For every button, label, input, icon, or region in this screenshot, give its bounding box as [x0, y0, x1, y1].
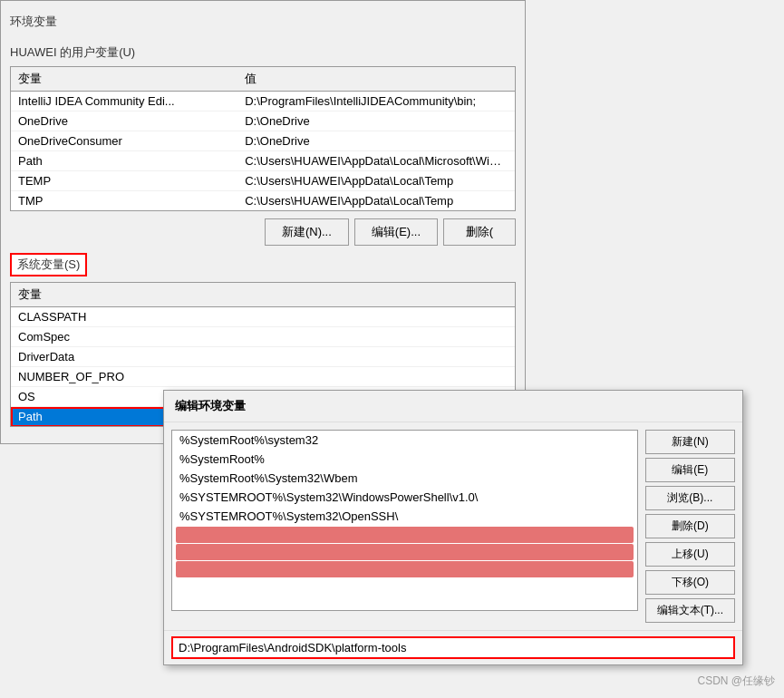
user-col-var-header: 变量 — [11, 67, 237, 92]
edit-list-item[interactable]: %SYSTEMROOT%\System32\OpenSSH\ — [172, 507, 637, 526]
sys-table-row[interactable]: NUMBER_OF_PRO — [11, 367, 515, 387]
edit-browse-button[interactable]: 浏览(B)... — [645, 486, 735, 510]
edit-dialog-body: %SystemRoot%\system32%SystemRoot%%System… — [164, 422, 742, 630]
user-val-cell: C:\Users\HUAWEI\AppData\Local\Temp — [237, 171, 515, 191]
user-new-button[interactable]: 新建(N)... — [265, 218, 349, 246]
user-table-body: IntelliJ IDEA Community Edi...D:\Program… — [11, 92, 515, 211]
user-table-row[interactable]: TEMPC:\Users\HUAWEI\AppData\Local\Temp — [11, 171, 515, 191]
edit-down-button[interactable]: 下移(O) — [645, 570, 735, 595]
sys-section-label: 系统变量(S) — [10, 253, 87, 276]
edit-dialog-title: 编辑环境变量 — [164, 391, 742, 422]
user-val-cell: D:\OneDrive — [237, 111, 515, 131]
edit-list: %SystemRoot%\system32%SystemRoot%%System… — [172, 431, 637, 577]
user-table-row[interactable]: IntelliJ IDEA Community Edi...D:\Program… — [11, 92, 515, 111]
user-val-cell: C:\Users\HUAWEI\AppData\Local\Temp — [237, 191, 515, 211]
user-table-row[interactable]: TMPC:\Users\HUAWEI\AppData\Local\Temp — [11, 191, 515, 211]
user-var-cell: TMP — [11, 191, 237, 211]
sys-val-cell — [237, 367, 515, 387]
edit-edit-button[interactable]: 编辑(E) — [645, 458, 735, 482]
edit-list-item[interactable]: %SYSTEMROOT%\System32\WindowsPowerShell\… — [172, 488, 637, 507]
user-var-cell: OneDrive — [11, 111, 237, 131]
edit-bottom-input[interactable] — [171, 636, 735, 659]
user-section-label: HUAWEI 的用户变量(U) — [10, 44, 516, 61]
sys-table-row[interactable]: ComSpec — [11, 327, 515, 347]
user-val-cell: D:\OneDrive — [237, 131, 515, 151]
edit-list-item[interactable] — [176, 527, 634, 543]
user-var-cell: IntelliJ IDEA Community Edi... — [11, 92, 237, 111]
user-table-row[interactable]: OneDriveConsumerD:\OneDrive — [11, 131, 515, 151]
user-val-cell: C:\Users\HUAWEI\AppData\Local\Microsoft\… — [237, 151, 515, 171]
edit-list-item[interactable]: %SystemRoot%\System32\Wbem — [172, 469, 637, 488]
user-table-container: 变量 值 IntelliJ IDEA Community Edi...D:\Pr… — [10, 66, 516, 211]
edit-new-button[interactable]: 新建(N) — [645, 430, 735, 454]
user-env-table: 变量 值 IntelliJ IDEA Community Edi...D:\Pr… — [11, 67, 515, 211]
user-var-cell: OneDriveConsumer — [11, 131, 237, 151]
sys-val-cell — [237, 307, 515, 327]
edit-delete-button[interactable]: 删除(D) — [645, 514, 735, 538]
user-var-cell: Path — [11, 151, 237, 171]
user-delete-button[interactable]: 删除( — [443, 218, 516, 246]
user-table-row[interactable]: OneDriveD:\OneDrive — [11, 111, 515, 131]
sys-val-cell — [237, 347, 515, 367]
sys-col-val-header — [237, 283, 515, 307]
watermark: CSDN @任缘钞 — [697, 674, 775, 689]
user-col-val-header: 值 — [237, 67, 515, 92]
user-var-cell: TEMP — [11, 171, 237, 191]
sys-val-cell — [237, 327, 515, 347]
user-table-row[interactable]: PathC:\Users\HUAWEI\AppData\Local\Micros… — [11, 151, 515, 171]
edit-buttons: 新建(N) 编辑(E) 浏览(B)... 删除(D) 上移(U) 下移(O) 编… — [645, 430, 735, 623]
sys-col-var-header: 变量 — [11, 283, 237, 307]
sys-var-cell: NUMBER_OF_PRO — [11, 367, 237, 387]
edit-dialog: 编辑环境变量 %SystemRoot%\system32%SystemRoot%… — [163, 390, 743, 665]
dialog-title: 环境变量 — [10, 10, 516, 34]
edit-up-button[interactable]: 上移(U) — [645, 542, 735, 567]
main-dialog: 环境变量 HUAWEI 的用户变量(U) 变量 值 IntelliJ IDEA … — [0, 0, 526, 444]
sys-section-wrapper: 系统变量(S) — [10, 253, 516, 282]
sys-var-cell: CLASSPATH — [11, 307, 237, 327]
edit-list-container[interactable]: %SystemRoot%\system32%SystemRoot%%System… — [171, 430, 638, 611]
edit-list-item[interactable] — [176, 561, 634, 577]
sys-var-cell: ComSpec — [11, 327, 237, 347]
user-btn-row: 新建(N)... 编辑(E)... 删除( — [10, 218, 516, 246]
edit-bottom — [164, 630, 742, 664]
edit-list-item[interactable] — [176, 544, 634, 560]
sys-var-cell: DriverData — [11, 347, 237, 367]
user-edit-button[interactable]: 编辑(E)... — [354, 218, 438, 246]
edit-text-button[interactable]: 编辑文本(T)... — [645, 598, 735, 623]
sys-table-row[interactable]: CLASSPATH — [11, 307, 515, 327]
user-val-cell: D:\ProgramFiles\IntelliJIDEACommunity\bi… — [237, 92, 515, 111]
sys-table-row[interactable]: DriverData — [11, 347, 515, 367]
edit-list-item[interactable]: %SystemRoot%\system32 — [172, 431, 637, 450]
edit-list-item[interactable]: %SystemRoot% — [172, 450, 637, 469]
